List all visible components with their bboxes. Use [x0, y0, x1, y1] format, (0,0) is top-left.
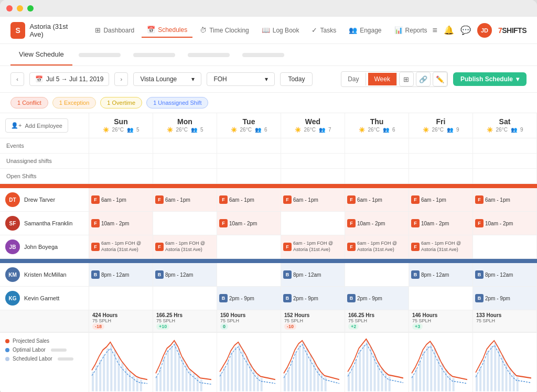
emp-kristen-cell: KM Kristen McMillan [0, 263, 89, 287]
kristen-mon-shift[interactable]: B8pm - 12am [153, 263, 217, 287]
kristen-wed-shift[interactable]: B8pm - 12am [281, 263, 345, 287]
john-sun-shift[interactable]: F6am - 1pm FOH @Astoria (31st Ave) [89, 235, 153, 259]
svg-rect-74 [453, 378, 455, 391]
drew-sun-shift[interactable]: F6am - 1pm [89, 188, 153, 212]
nav-reports[interactable]: 📊 Reports [389, 23, 433, 37]
location-dropdown[interactable]: Vista Lounge ▾ [133, 72, 201, 86]
publish-schedule-button[interactable]: Publish Schedule ▾ [453, 72, 527, 86]
stats-sat-hours: 133 Hours [476, 312, 533, 318]
nav-logbook[interactable]: 📖 Log Book [256, 23, 305, 37]
edit-view-button[interactable]: ✏️ [433, 72, 447, 86]
john-tue-shift[interactable] [217, 235, 281, 259]
svg-rect-4 [106, 349, 109, 391]
day-view-button[interactable]: Day [341, 73, 366, 85]
stats-fri: 146 Hours 75 SPLH +3 [409, 310, 473, 332]
week-view-button[interactable]: Week [368, 73, 397, 85]
nav-time-label: Time Clocking [209, 27, 249, 34]
minimize-button[interactable] [17, 5, 23, 12]
svg-rect-38 [261, 378, 263, 391]
sam-mon-shift[interactable] [153, 212, 217, 235]
open-sat [473, 169, 537, 184]
role-dropdown[interactable]: FOH ▾ [207, 72, 275, 86]
scheduled-dot [5, 357, 9, 361]
today-button[interactable]: Today [280, 72, 313, 86]
svg-rect-6 [114, 350, 116, 391]
sam-fri-shift[interactable]: F10am - 2pm [409, 212, 473, 235]
kristen-fri-shift[interactable]: B8pm - 12am [409, 263, 473, 287]
sam-sat-shift[interactable]: F10am - 2pm [473, 212, 537, 235]
view-schedule-label: View Schedule [19, 50, 64, 58]
drew-tue-shift[interactable]: F6am - 1pm [217, 188, 281, 212]
nav-time-clocking[interactable]: ⏱ Time Clocking [195, 23, 254, 37]
events-fri [409, 138, 473, 154]
kevin-sat-shift[interactable]: B2pm - 9pm [473, 287, 537, 310]
kevin-thu-shift[interactable]: B2pm - 9pm [345, 287, 409, 310]
kevin-fri-shift[interactable] [409, 287, 473, 310]
john-fri-shift[interactable]: F6am - 1pm FOH @Astoria (31st Ave) [409, 235, 473, 259]
exception-chip[interactable]: 1 Exception [52, 97, 96, 108]
thu-label: Thu [348, 117, 405, 126]
sam-sun-shift[interactable]: F10am - 2pm [89, 212, 153, 235]
unassigned-chip[interactable]: 1 Unassigned Shift [146, 97, 208, 108]
user-avatar[interactable]: JD [477, 23, 492, 38]
close-button[interactable] [6, 5, 13, 12]
schedule-grid: 👤+ Add Employee Sun ☀️ 26°C 👥 5 Mon [0, 113, 537, 332]
conflict-chip[interactable]: 1 Conflict [10, 97, 48, 108]
stats-tue: 150 Hours 75 SPLH 0 [217, 310, 281, 332]
svg-rect-56 [366, 341, 368, 391]
nav-tasks[interactable]: ✓ Tasks [306, 23, 341, 37]
unassigned-sun [89, 154, 153, 169]
svg-rect-21 [181, 358, 184, 391]
view-toggles: Day Week ⊞ 🔗 ✏️ [341, 71, 448, 87]
sam-thu-shift[interactable]: F10am - 2pm [345, 212, 409, 235]
drew-sat-shift[interactable]: F6am - 1pm [473, 188, 537, 212]
menu-icon[interactable]: ≡ [433, 26, 437, 35]
nav-items: ⊞ Dashboard 📅 Schedules ⏱ Time Clocking … [90, 23, 432, 38]
link-view-button[interactable]: 🔗 [416, 72, 431, 86]
unassigned-fri [409, 154, 473, 169]
kristen-sat-shift[interactable]: B8pm - 12am [473, 263, 537, 287]
nav-dashboard[interactable]: ⊞ Dashboard [90, 23, 139, 37]
overtime-chip[interactable]: 1 Overtime [100, 97, 142, 108]
add-employee-button[interactable]: 👤+ Add Employee [5, 118, 68, 133]
svg-rect-84 [509, 368, 511, 391]
date-range-picker[interactable]: 📅 Jul 5 → Jul 11, 2019 [29, 72, 109, 86]
svg-rect-77 [483, 360, 485, 391]
drew-mon-shift[interactable]: F6am - 1pm [153, 188, 217, 212]
maximize-button[interactable] [27, 5, 34, 12]
john-thu-shift[interactable]: F6am - 1pm FOH @Astoria (31st Ave) [345, 235, 409, 259]
chat-icon[interactable]: 💬 [460, 25, 471, 35]
drew-fri-shift[interactable]: F6am - 1pm [409, 188, 473, 212]
svg-rect-62 [389, 376, 391, 391]
kevin-wed-shift[interactable]: B2pm - 9pm [281, 287, 345, 310]
kristen-thu-shift[interactable] [345, 263, 409, 287]
sam-tue-shift[interactable]: F10am - 2pm [217, 212, 281, 235]
john-wed-shift[interactable]: F6am - 1pm FOH @Astoria (31st Ave) [281, 235, 345, 259]
svg-rect-73 [449, 375, 451, 391]
day-header-mon: Mon ☀️ 26°C 👥 5 [153, 113, 217, 138]
notification-icon[interactable]: 🔔 [444, 25, 454, 35]
svg-rect-28 [223, 367, 225, 391]
john-sat-shift[interactable] [473, 235, 537, 259]
next-week-button[interactable]: › [114, 72, 128, 86]
svg-rect-67 [426, 346, 428, 391]
sam-wed-shift[interactable] [281, 212, 345, 235]
svg-rect-68 [430, 343, 432, 391]
kevin-sun-shift[interactable] [89, 287, 153, 310]
day-header-wed: Wed ☀️ 26°C 👥 7 [281, 113, 345, 138]
john-mon-shift[interactable]: F6am - 1pm FOH @Astoria (31st Ave) [153, 235, 217, 259]
prev-week-button[interactable]: ‹ [10, 72, 24, 86]
kevin-mon-shift[interactable] [153, 287, 217, 310]
tab-placeholder-4 [242, 53, 284, 57]
tab-view-schedule[interactable]: View Schedule [10, 44, 72, 66]
kevin-tue-shift[interactable]: B2pm - 9pm [217, 287, 281, 310]
nav-engage[interactable]: 👥 Engage [343, 23, 386, 37]
nav-right: ≡ 🔔 💬 JD 7SHIFTS [433, 23, 527, 38]
kristen-sun-shift[interactable]: B8pm - 12am [89, 263, 153, 287]
sam-name: Samantha Franklin [24, 220, 72, 226]
kristen-tue-shift[interactable] [217, 263, 281, 287]
drew-thu-shift[interactable]: F6am - 1pm [345, 188, 409, 212]
drew-wed-shift[interactable]: F6am - 1pm [281, 188, 345, 212]
nav-schedules[interactable]: 📅 Schedules [142, 23, 192, 38]
grid-view-button[interactable]: ⊞ [399, 72, 414, 86]
